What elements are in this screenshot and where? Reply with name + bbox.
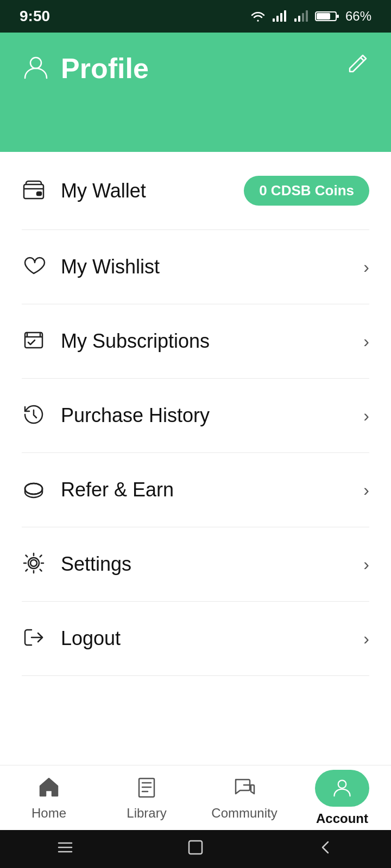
subscriptions-item-left: My Subscriptions — [22, 328, 210, 354]
page-title: Profile — [61, 52, 149, 85]
coin-icon — [22, 477, 46, 503]
svg-point-20 — [338, 780, 346, 788]
nav-item-account[interactable]: Account — [293, 770, 391, 826]
logout-chevron: › — [363, 629, 369, 649]
nav-item-library[interactable]: Library — [98, 775, 195, 821]
nav-account-label: Account — [316, 811, 368, 826]
logout-right: › — [363, 629, 369, 649]
svg-point-16 — [25, 483, 42, 494]
refer-earn-right: › — [363, 480, 369, 500]
nav-item-home[interactable]: Home — [0, 775, 98, 821]
logout-icon — [22, 626, 46, 652]
profile-header: Profile — [0, 33, 391, 152]
nav-home-label: Home — [31, 806, 66, 821]
menu-button[interactable] — [55, 838, 75, 861]
bottom-nav: Home Library Community Account — [0, 765, 391, 830]
svg-rect-2 — [280, 13, 282, 22]
settings-right: › — [363, 554, 369, 575]
signal-icon — [272, 10, 288, 23]
library-icon — [135, 775, 159, 801]
svg-rect-4 — [294, 18, 297, 22]
home-button[interactable] — [186, 838, 205, 861]
home-icon — [37, 775, 61, 801]
system-nav — [0, 830, 391, 868]
wishlist-item[interactable]: My Wishlist › — [22, 230, 369, 304]
edit-icon[interactable] — [345, 52, 369, 78]
svg-point-17 — [30, 560, 37, 566]
svg-rect-10 — [317, 13, 330, 20]
wifi-icon — [250, 10, 266, 23]
wishlist-chevron: › — [363, 257, 369, 277]
svg-rect-3 — [284, 10, 286, 22]
wallet-icon — [22, 178, 46, 204]
signal2-icon — [293, 10, 310, 23]
wallet-item-left: My Wallet — [22, 178, 146, 204]
settings-label: Settings — [61, 553, 131, 576]
refer-earn-item[interactable]: Refer & Earn › — [22, 453, 369, 527]
community-icon — [232, 775, 256, 801]
purchase-history-chevron: › — [363, 406, 369, 426]
subscriptions-icon — [22, 328, 46, 354]
wishlist-label: My Wishlist — [61, 256, 160, 278]
battery-percent: 66% — [345, 9, 371, 24]
svg-rect-5 — [298, 16, 300, 22]
menu-list: My Wallet 0 CDSB Coins My Wishlist › — [0, 152, 391, 676]
history-icon — [22, 403, 46, 429]
header-left: Profile — [22, 52, 149, 85]
svg-rect-6 — [302, 13, 304, 22]
settings-item[interactable]: Settings › — [22, 527, 369, 602]
svg-rect-9 — [337, 15, 339, 18]
subscriptions-chevron: › — [363, 331, 369, 352]
nav-community-label: Community — [211, 806, 277, 821]
subscriptions-label: My Subscriptions — [61, 330, 210, 353]
wallet-badge: 0 CDSB Coins — [244, 176, 369, 206]
svg-point-11 — [30, 58, 41, 68]
purchase-history-right: › — [363, 406, 369, 426]
logout-label: Logout — [61, 627, 121, 650]
wishlist-right: › — [363, 257, 369, 277]
logout-item[interactable]: Logout › — [22, 602, 369, 676]
svg-rect-0 — [273, 18, 275, 22]
settings-chevron: › — [363, 554, 369, 575]
wallet-label: My Wallet — [61, 180, 146, 202]
account-icon-wrap — [315, 770, 369, 807]
back-button[interactable] — [316, 838, 336, 861]
wishlist-item-left: My Wishlist — [22, 254, 160, 280]
nav-item-community[interactable]: Community — [195, 775, 293, 821]
person-icon — [22, 53, 50, 84]
status-bar: 9:50 66% — [0, 0, 391, 33]
svg-rect-7 — [306, 10, 308, 22]
nav-library-label: Library — [127, 806, 166, 821]
settings-item-left: Settings — [22, 551, 131, 577]
account-icon — [331, 776, 353, 798]
purchase-history-label: Purchase History — [61, 404, 210, 427]
purchase-history-item[interactable]: Purchase History › — [22, 379, 369, 453]
svg-rect-21 — [189, 841, 202, 854]
purchase-history-item-left: Purchase History — [22, 403, 210, 429]
status-icons: 66% — [250, 9, 371, 24]
status-time: 9:50 — [20, 8, 50, 25]
subscriptions-item[interactable]: My Subscriptions › — [22, 304, 369, 379]
settings-icon — [22, 551, 46, 577]
refer-earn-label: Refer & Earn — [61, 478, 174, 501]
wallet-right: 0 CDSB Coins — [244, 176, 369, 206]
svg-rect-1 — [276, 16, 279, 22]
refer-earn-chevron: › — [363, 480, 369, 500]
subscriptions-right: › — [363, 331, 369, 352]
refer-earn-item-left: Refer & Earn — [22, 477, 174, 503]
heart-icon — [22, 254, 46, 280]
svg-rect-13 — [37, 192, 41, 195]
wallet-item[interactable]: My Wallet 0 CDSB Coins — [22, 152, 369, 230]
battery-icon — [315, 10, 340, 23]
logout-item-left: Logout — [22, 626, 121, 652]
